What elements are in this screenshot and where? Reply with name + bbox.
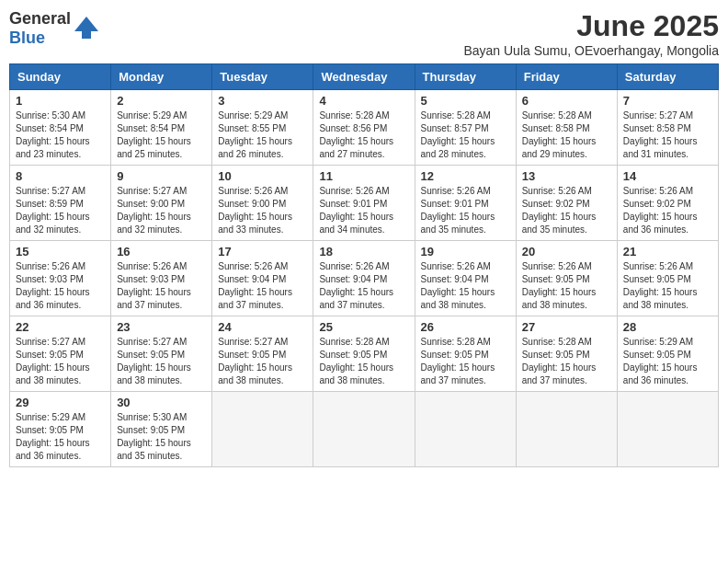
daylight-label: Daylight: 15 hours and 38 minutes. xyxy=(623,287,698,310)
sunset-label: Sunset: 9:02 PM xyxy=(623,199,691,209)
sunrise-label: Sunrise: 5:26 AM xyxy=(421,261,491,271)
sunset-label: Sunset: 8:55 PM xyxy=(218,123,286,133)
daylight-label: Daylight: 15 hours and 38 minutes. xyxy=(16,362,90,385)
day-info: Sunrise: 5:29 AM Sunset: 9:05 PM Dayligh… xyxy=(16,411,105,463)
sunset-label: Sunset: 9:00 PM xyxy=(218,199,286,209)
day-number: 8 xyxy=(16,169,105,183)
day-number: 17 xyxy=(218,245,307,259)
day-number: 19 xyxy=(421,245,510,259)
table-row: 15 Sunrise: 5:26 AM Sunset: 9:03 PM Dayl… xyxy=(10,241,111,316)
day-number: 5 xyxy=(421,94,510,108)
empty-cell xyxy=(617,392,718,467)
svg-rect-1 xyxy=(82,31,91,39)
day-info: Sunrise: 5:26 AM Sunset: 9:04 PM Dayligh… xyxy=(421,260,510,312)
daylight-label: Daylight: 15 hours and 32 minutes. xyxy=(117,212,191,235)
table-row: 22 Sunrise: 5:27 AM Sunset: 9:05 PM Dayl… xyxy=(10,316,111,392)
table-row: 5 Sunrise: 5:28 AM Sunset: 8:57 PM Dayli… xyxy=(415,90,516,166)
sunrise-label: Sunrise: 5:29 AM xyxy=(218,110,288,121)
daylight-label: Daylight: 15 hours and 33 minutes. xyxy=(218,212,292,235)
location-subtitle: Bayan Uula Sumu, OEvoerhangay, Mongolia xyxy=(463,43,719,58)
sunset-label: Sunset: 9:04 PM xyxy=(319,274,387,284)
sunset-label: Sunset: 9:05 PM xyxy=(218,350,286,360)
table-row: 2 Sunrise: 5:29 AM Sunset: 8:54 PM Dayli… xyxy=(111,90,212,166)
day-number: 29 xyxy=(16,396,105,409)
day-number: 13 xyxy=(522,169,611,183)
table-row: 13 Sunrise: 5:26 AM Sunset: 9:02 PM Dayl… xyxy=(516,166,617,241)
svg-marker-0 xyxy=(74,17,98,31)
day-number: 21 xyxy=(623,245,712,259)
sunrise-label: Sunrise: 5:28 AM xyxy=(522,110,592,121)
col-sunday: Sunday xyxy=(10,64,111,90)
sunset-label: Sunset: 8:57 PM xyxy=(421,123,489,133)
day-number: 23 xyxy=(117,320,206,334)
day-number: 7 xyxy=(623,94,712,108)
table-row: 6 Sunrise: 5:28 AM Sunset: 8:58 PM Dayli… xyxy=(516,90,617,166)
day-number: 10 xyxy=(218,169,307,183)
sunrise-label: Sunrise: 5:27 AM xyxy=(16,337,85,347)
sunset-label: Sunset: 9:03 PM xyxy=(117,274,185,284)
sunset-label: Sunset: 9:05 PM xyxy=(522,350,590,360)
daylight-label: Daylight: 15 hours and 31 minutes. xyxy=(623,136,698,159)
sunset-label: Sunset: 9:04 PM xyxy=(421,274,489,284)
daylight-label: Daylight: 15 hours and 32 minutes. xyxy=(16,212,90,235)
sunrise-label: Sunrise: 5:27 AM xyxy=(16,186,85,196)
col-thursday: Thursday xyxy=(415,64,516,90)
daylight-label: Daylight: 15 hours and 37 minutes. xyxy=(421,362,495,385)
day-number: 20 xyxy=(522,245,611,259)
table-row: 8 Sunrise: 5:27 AM Sunset: 8:59 PM Dayli… xyxy=(10,166,111,241)
daylight-label: Daylight: 15 hours and 34 minutes. xyxy=(319,212,393,235)
sunset-label: Sunset: 8:56 PM xyxy=(319,123,387,133)
daylight-label: Daylight: 15 hours and 37 minutes. xyxy=(117,287,191,310)
day-info: Sunrise: 5:26 AM Sunset: 9:02 PM Dayligh… xyxy=(623,185,712,236)
daylight-label: Daylight: 15 hours and 29 minutes. xyxy=(522,136,597,159)
calendar-header-row: Sunday Monday Tuesday Wednesday Thursday… xyxy=(10,64,719,90)
daylight-label: Daylight: 15 hours and 37 minutes. xyxy=(522,362,597,385)
calendar-body: 1 Sunrise: 5:30 AM Sunset: 8:54 PM Dayli… xyxy=(10,90,719,467)
daylight-label: Daylight: 15 hours and 35 minutes. xyxy=(421,212,495,235)
day-number: 25 xyxy=(319,320,408,334)
day-info: Sunrise: 5:27 AM Sunset: 9:05 PM Dayligh… xyxy=(117,336,206,387)
day-number: 4 xyxy=(319,94,408,108)
sunrise-label: Sunrise: 5:28 AM xyxy=(319,110,389,121)
logo-text: General Blue xyxy=(9,9,71,48)
sunrise-label: Sunrise: 5:30 AM xyxy=(117,412,187,422)
table-row: 9 Sunrise: 5:27 AM Sunset: 9:00 PM Dayli… xyxy=(111,166,212,241)
daylight-label: Daylight: 15 hours and 38 minutes. xyxy=(421,287,495,310)
table-row: 14 Sunrise: 5:26 AM Sunset: 9:02 PM Dayl… xyxy=(617,166,718,241)
sunset-label: Sunset: 9:03 PM xyxy=(16,274,84,284)
day-number: 6 xyxy=(522,94,611,108)
daylight-label: Daylight: 15 hours and 36 minutes. xyxy=(623,362,698,385)
sunrise-label: Sunrise: 5:26 AM xyxy=(421,186,491,196)
day-info: Sunrise: 5:26 AM Sunset: 9:05 PM Dayligh… xyxy=(623,260,712,312)
day-info: Sunrise: 5:27 AM Sunset: 9:05 PM Dayligh… xyxy=(16,336,105,387)
sunrise-label: Sunrise: 5:30 AM xyxy=(16,110,85,121)
day-info: Sunrise: 5:28 AM Sunset: 8:56 PM Dayligh… xyxy=(319,109,408,161)
sunset-label: Sunset: 8:59 PM xyxy=(16,199,84,209)
daylight-label: Daylight: 15 hours and 35 minutes. xyxy=(522,212,597,235)
sunrise-label: Sunrise: 5:26 AM xyxy=(319,261,389,271)
daylight-label: Daylight: 15 hours and 35 minutes. xyxy=(117,438,191,461)
daylight-label: Daylight: 15 hours and 36 minutes. xyxy=(623,212,698,235)
day-info: Sunrise: 5:26 AM Sunset: 9:02 PM Dayligh… xyxy=(522,185,611,236)
daylight-label: Daylight: 15 hours and 36 minutes. xyxy=(16,287,90,310)
empty-cell xyxy=(415,392,516,467)
sunrise-label: Sunrise: 5:29 AM xyxy=(16,412,85,422)
day-number: 11 xyxy=(319,169,408,183)
sunset-label: Sunset: 9:05 PM xyxy=(522,274,590,284)
table-row: 17 Sunrise: 5:26 AM Sunset: 9:04 PM Dayl… xyxy=(212,241,313,316)
sunrise-label: Sunrise: 5:29 AM xyxy=(117,110,187,121)
sunset-label: Sunset: 9:05 PM xyxy=(623,274,691,284)
day-info: Sunrise: 5:26 AM Sunset: 9:04 PM Dayligh… xyxy=(218,260,307,312)
day-number: 28 xyxy=(623,320,712,334)
sunset-label: Sunset: 9:05 PM xyxy=(623,350,691,360)
day-info: Sunrise: 5:28 AM Sunset: 9:05 PM Dayligh… xyxy=(319,336,408,387)
daylight-label: Daylight: 15 hours and 38 minutes. xyxy=(218,362,292,385)
table-row: 27 Sunrise: 5:28 AM Sunset: 9:05 PM Dayl… xyxy=(516,316,617,392)
day-info: Sunrise: 5:30 AM Sunset: 9:05 PM Dayligh… xyxy=(117,411,206,463)
sunset-label: Sunset: 9:05 PM xyxy=(16,425,84,435)
day-number: 27 xyxy=(522,320,611,334)
daylight-label: Daylight: 15 hours and 36 minutes. xyxy=(16,438,90,461)
daylight-label: Daylight: 15 hours and 23 minutes. xyxy=(16,136,90,159)
sunset-label: Sunset: 9:00 PM xyxy=(117,199,185,209)
daylight-label: Daylight: 15 hours and 28 minutes. xyxy=(421,136,495,159)
